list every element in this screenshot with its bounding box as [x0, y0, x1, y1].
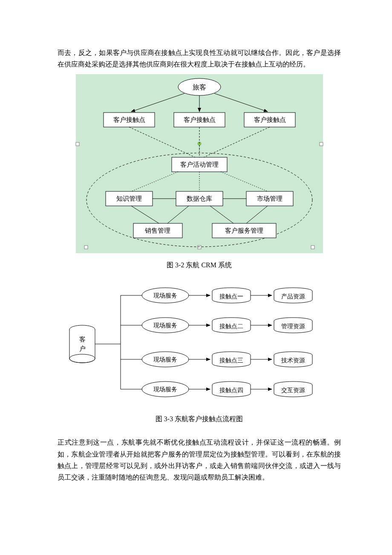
touchpoint-flow-svg: 客 户 现场服务 接触点一: [59, 283, 340, 402]
node-sales: 销售管理: [144, 227, 170, 234]
svg-text:交互资源: 交互资源: [281, 387, 305, 393]
svg-text:产品资源: 产品资源: [281, 293, 305, 300]
paragraph-1: 而去，反之，如果客户与供应商在接触点上实现良性互动就可以继续合作。因此，客户是选…: [58, 47, 341, 70]
svg-text:客: 客: [79, 336, 85, 343]
row4-res-cyl: 交互资源: [274, 382, 312, 397]
paragraph-2: 正式注意到这一点，东航事先就不断优化接触点互动流程设计，并保证这一流程的畅通。例…: [58, 436, 341, 483]
figure-3-3: 客 户 现场服务 接触点一: [58, 283, 341, 402]
row1-service: 现场服务: [153, 292, 177, 299]
node-touchpoint-3: 客户接触点: [254, 116, 285, 123]
row3-service: 现场服务: [153, 356, 177, 363]
svg-rect-2: [320, 142, 323, 146]
svg-rect-5: [311, 246, 314, 249]
node-customer: 客 户: [69, 325, 95, 363]
row4-touch-cyl: 接触点四: [212, 382, 251, 397]
caption-3-2: 图 3-2 东航 CRM 系统: [58, 261, 341, 270]
node-activity-mgmt: 客户活动管理: [180, 161, 219, 168]
node-datawarehouse: 数据仓库: [187, 195, 212, 202]
row2-touch-cyl: 接触点二: [212, 318, 251, 333]
node-touchpoint-1: 客户接触点: [113, 116, 145, 123]
svg-text:户: 户: [79, 345, 85, 352]
node-service-mgmt: 客户服务管理: [225, 227, 263, 234]
row2-service: 现场服务: [153, 322, 177, 329]
row2-res-cyl: 管理资源: [274, 318, 312, 333]
svg-text:接触点四: 接触点四: [219, 387, 243, 393]
svg-text:接触点三: 接触点三: [219, 357, 243, 364]
caption-3-3: 图 3-3 东航客户接触点流程图: [58, 415, 341, 424]
node-touchpoint-2: 客户接触点: [183, 116, 215, 123]
svg-rect-4: [198, 246, 201, 249]
row1-touch-cyl: 接触点一: [212, 288, 251, 303]
svg-text:接触点一: 接触点一: [219, 293, 243, 300]
row3-touch-cyl: 接触点三: [212, 352, 251, 367]
svg-rect-3: [84, 246, 88, 249]
crm-diagram-svg: 旅客 客户接触点 客户接触点 客户接触点: [63, 74, 336, 253]
svg-text:技术资源: 技术资源: [281, 357, 305, 364]
svg-rect-1: [76, 142, 79, 146]
row3-res-cyl: 技术资源: [274, 352, 312, 367]
row4-service: 现场服务: [153, 386, 177, 393]
document-page: 而去，反之，如果客户与供应商在接触点上实现良性互动就可以继续合作。因此，客户是选…: [0, 0, 392, 513]
node-traveler: 旅客: [193, 84, 206, 91]
row1-res-cyl: 产品资源: [274, 288, 312, 303]
figure-3-2: 旅客 客户接触点 客户接触点 客户接触点: [58, 74, 341, 253]
node-market: 市场管理: [257, 195, 282, 202]
svg-text:管理资源: 管理资源: [281, 323, 305, 330]
svg-text:接触点二: 接触点二: [219, 323, 243, 330]
node-knowledge: 知识管理: [116, 195, 142, 202]
